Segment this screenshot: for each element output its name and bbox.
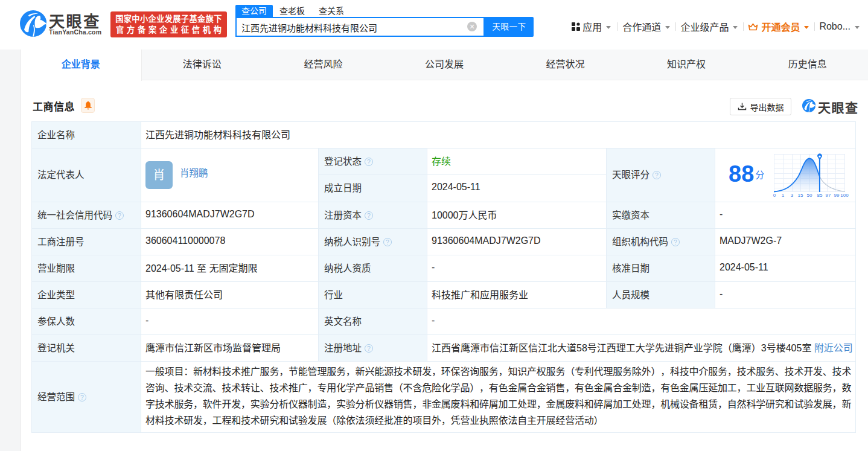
svg-text:1: 1	[782, 193, 785, 198]
svg-text:100: 100	[841, 193, 849, 198]
svg-text:15: 15	[798, 193, 803, 198]
svg-text:85: 85	[817, 193, 823, 198]
svg-text:0: 0	[773, 193, 776, 198]
svg-text:3: 3	[791, 193, 794, 198]
svg-text:97: 97	[826, 193, 831, 198]
svg-text:99: 99	[834, 193, 840, 198]
svg-text:50: 50	[807, 193, 812, 198]
